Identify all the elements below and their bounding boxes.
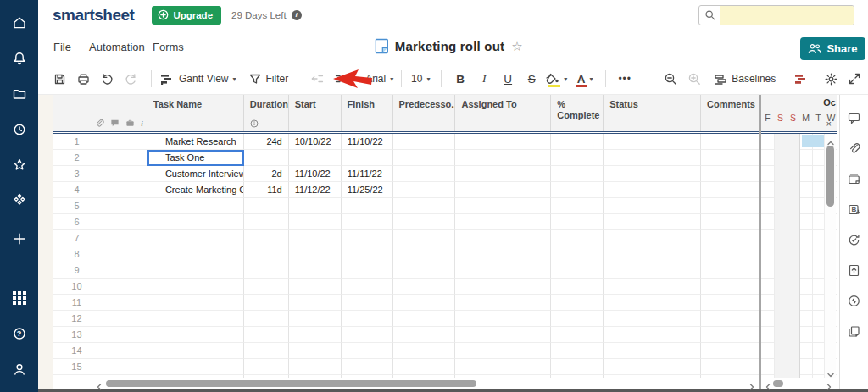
- scroll-down-button[interactable]: [826, 367, 835, 376]
- cell-pct[interactable]: [551, 182, 604, 198]
- cell-task[interactable]: [147, 230, 244, 246]
- cell-comments[interactable]: [701, 134, 760, 150]
- cell-pred[interactable]: [393, 343, 456, 359]
- zoom-in-button[interactable]: [683, 68, 705, 90]
- cell-status[interactable]: [604, 150, 701, 166]
- sidebar-item-create[interactable]: [0, 221, 38, 257]
- cell-comments[interactable]: [701, 246, 760, 262]
- cell-start[interactable]: [289, 246, 342, 262]
- cell-pct[interactable]: [551, 198, 604, 214]
- cell-comments[interactable]: [701, 262, 760, 279]
- cell-task[interactable]: [147, 214, 244, 230]
- row-number[interactable]: 3: [53, 166, 147, 182]
- row-number[interactable]: 15: [53, 359, 147, 375]
- cell-comments[interactable]: [701, 198, 760, 214]
- cell-assigned[interactable]: [455, 150, 551, 166]
- cell-start[interactable]: [289, 327, 342, 343]
- cell-pred[interactable]: [393, 311, 456, 327]
- menu-automation[interactable]: Automation: [89, 41, 145, 53]
- cell-finish[interactable]: [342, 295, 393, 311]
- save-button[interactable]: [48, 68, 70, 90]
- cell-assigned[interactable]: [455, 327, 551, 343]
- corner-header[interactable]: i: [53, 95, 147, 131]
- rail-item-publish[interactable]: [842, 255, 867, 285]
- cell-pct[interactable]: [551, 246, 604, 262]
- cell-finish[interactable]: 11/11/22: [342, 166, 393, 182]
- cell-comments[interactable]: [701, 295, 760, 311]
- row-number[interactable]: 14: [53, 343, 147, 359]
- cell-pred[interactable]: [393, 214, 456, 230]
- menu-file[interactable]: File: [53, 41, 71, 53]
- cell-finish[interactable]: [342, 150, 393, 166]
- cell-pct[interactable]: [551, 214, 604, 230]
- cell-status[interactable]: [604, 359, 701, 375]
- cell-duration[interactable]: [244, 230, 289, 246]
- cell-duration[interactable]: [244, 246, 289, 262]
- cell-comments[interactable]: [701, 150, 760, 166]
- cell-start[interactable]: [289, 230, 342, 246]
- rail-item-brandfolder[interactable]: B: [842, 194, 867, 224]
- rail-item-update-requests[interactable]: [842, 224, 867, 255]
- outdent-button[interactable]: [306, 68, 328, 90]
- cell-pred[interactable]: [393, 246, 456, 262]
- gantt-horizontal-scrollbar[interactable]: [761, 378, 837, 389]
- cell-start[interactable]: [289, 343, 342, 359]
- rail-item-proofs[interactable]: [842, 163, 867, 194]
- cell-comments[interactable]: [701, 343, 760, 359]
- cell-comments[interactable]: [701, 166, 760, 182]
- cell-task[interactable]: Customer Interviews: [147, 166, 244, 182]
- cell-finish[interactable]: [342, 327, 393, 343]
- cell-task[interactable]: [147, 327, 244, 343]
- cell-task[interactable]: [147, 198, 244, 214]
- cell-comments[interactable]: [701, 279, 760, 295]
- trial-info-icon[interactable]: i: [292, 10, 302, 20]
- cell-duration[interactable]: [244, 359, 289, 375]
- cell-assigned[interactable]: [455, 359, 551, 375]
- grid-scrollbar-thumb[interactable]: [106, 380, 476, 387]
- cell-duration[interactable]: [244, 214, 289, 230]
- cell-pred[interactable]: [393, 198, 456, 214]
- column-header-task[interactable]: Task Name: [147, 95, 244, 131]
- row-number[interactable]: 9: [53, 262, 147, 279]
- bold-button[interactable]: B: [449, 68, 471, 90]
- baselines-button[interactable]: Baselines: [714, 68, 776, 90]
- scroll-up-button[interactable]: [826, 135, 835, 144]
- duration-info-icon[interactable]: [250, 119, 259, 128]
- cell-comments[interactable]: [701, 230, 760, 246]
- rail-item-conversations[interactable]: [842, 102, 867, 133]
- indent-button[interactable]: [330, 68, 352, 90]
- cell-status[interactable]: [604, 327, 701, 343]
- cell-duration[interactable]: [244, 343, 289, 359]
- cell-status[interactable]: [604, 343, 701, 359]
- cell-start[interactable]: 10/10/22: [289, 134, 342, 150]
- cell-task[interactable]: [147, 343, 244, 359]
- cell-task[interactable]: Task One: [147, 150, 244, 166]
- vertical-scrollbar[interactable]: [824, 134, 836, 378]
- cell-status[interactable]: [604, 182, 701, 198]
- cell-pred[interactable]: [393, 230, 456, 246]
- sidebar-item-home[interactable]: [0, 5, 38, 41]
- undo-button[interactable]: [96, 68, 118, 90]
- cell-start[interactable]: [289, 198, 342, 214]
- cell-duration[interactable]: [244, 150, 289, 166]
- column-header-finish[interactable]: Finish: [342, 95, 393, 131]
- cell-task[interactable]: Create Marketing Ou: [147, 182, 244, 198]
- cell-status[interactable]: [604, 198, 701, 214]
- cell-status[interactable]: [604, 230, 701, 246]
- upgrade-button[interactable]: Upgrade: [152, 6, 221, 25]
- cell-comments[interactable]: [701, 311, 760, 327]
- cell-duration[interactable]: 11d: [244, 182, 289, 198]
- column-header-percent-complete[interactable]: % Complete: [551, 95, 604, 131]
- cell-pct[interactable]: [551, 311, 604, 327]
- row-number[interactable]: 10: [53, 279, 147, 295]
- row-number[interactable]: 6: [53, 214, 147, 230]
- italic-button[interactable]: I: [473, 68, 495, 90]
- cell-pred[interactable]: [393, 279, 456, 295]
- cell-assigned[interactable]: [455, 134, 551, 150]
- cell-assigned[interactable]: [455, 246, 551, 262]
- cell-pct[interactable]: [551, 150, 604, 166]
- cell-assigned[interactable]: [455, 230, 551, 246]
- cell-duration[interactable]: [244, 198, 289, 214]
- cell-task[interactable]: [147, 295, 244, 311]
- fill-color-button[interactable]: [544, 68, 567, 90]
